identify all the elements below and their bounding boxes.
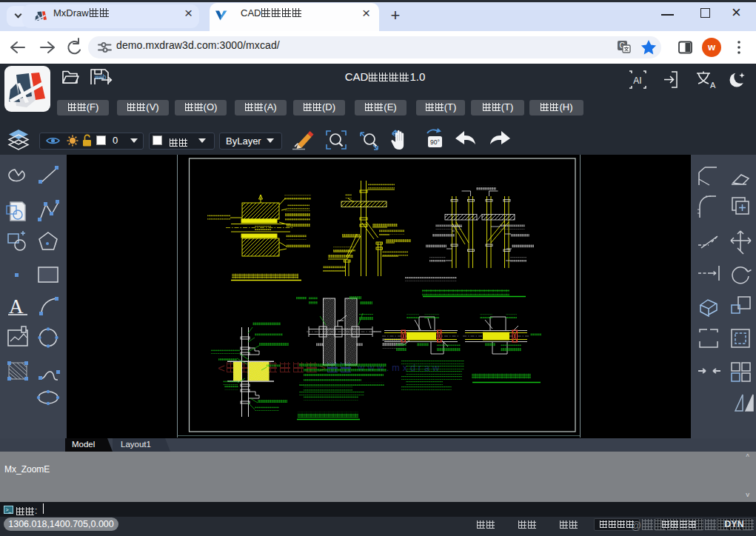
svg-text:AI: AI: [633, 76, 641, 86]
svg-text:web: web: [94, 73, 107, 81]
svg-text:90°: 90°: [430, 138, 440, 146]
svg-text:A: A: [710, 81, 716, 90]
